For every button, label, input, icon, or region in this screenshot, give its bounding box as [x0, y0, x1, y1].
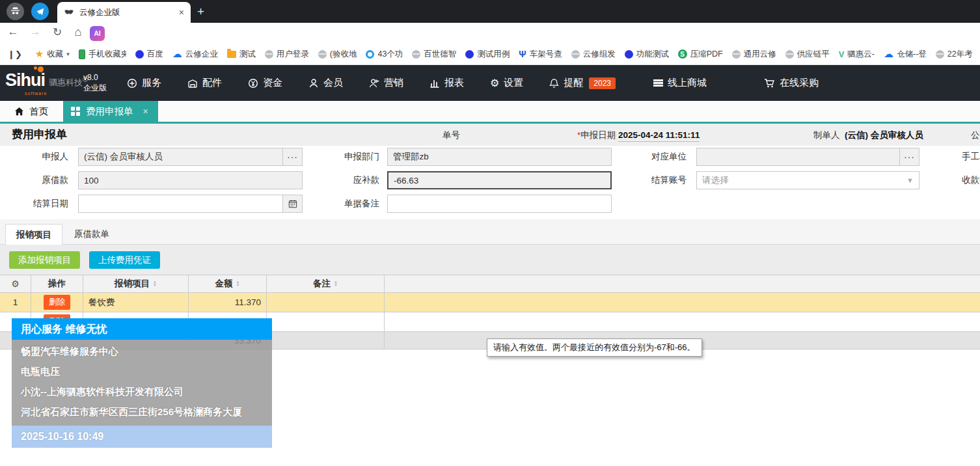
new-tab-button[interactable]: + — [197, 5, 204, 19]
bookmark-43-functions[interactable]: 43个功 — [366, 49, 403, 60]
bookmark-general-yunxiu[interactable]: 通用云修 — [732, 49, 776, 60]
makeup-field-wrap — [387, 171, 612, 189]
col-item[interactable]: 报销项目▲▼ — [83, 275, 189, 292]
row-remark-cell[interactable] — [267, 312, 385, 331]
sort-icon[interactable]: ▲▼ — [236, 281, 240, 287]
bookmark-favorites[interactable]: ★收藏▾ — [35, 48, 70, 60]
reminder-badge: 2023 — [589, 77, 616, 89]
bookmark-yunxiu-group[interactable]: 云修组发 — [571, 49, 616, 60]
bookmark-user-login[interactable]: 用户登录 — [265, 49, 309, 60]
manual-no-label-clipped: 手工单 — [962, 148, 980, 166]
unit-field-wrap: ··· — [696, 148, 919, 166]
browser-tab[interactable]: 云修企业版 × — [57, 2, 191, 23]
grid-icon — [71, 107, 80, 116]
menu-marketing[interactable]: 营销 — [369, 77, 403, 89]
menu-parts[interactable]: 配件 — [187, 77, 222, 89]
caret-down-icon: ▾ — [66, 51, 70, 57]
row-amount-cell[interactable]: 11.370 — [189, 293, 267, 312]
bookmark-mobile-folder[interactable]: 手机收藏夹 — [79, 49, 126, 60]
bookmark-vin-query[interactable]: Ψ车架号查 — [519, 49, 562, 60]
bar-chart-icon — [429, 78, 440, 89]
menu-members[interactable]: 会员 — [308, 77, 343, 89]
receive-account-label-clipped: 收款账 — [962, 171, 980, 189]
messenger-extension-icon[interactable] — [31, 3, 49, 20]
menu-settings[interactable]: ⚙ 设置 — [490, 77, 523, 89]
browser-tab-title: 云修企业版 — [79, 7, 175, 18]
delete-row-button[interactable]: 删除 — [44, 295, 70, 310]
bookmarks-bar: ❙❯ ★收藏▾ 手机收藏夹 百度 ☁云修企业 测试 用户登录 (验收地 43个功… — [0, 44, 980, 65]
tab-original-loans[interactable]: 原借款单 — [64, 224, 120, 245]
bookmark-test-folder[interactable]: 测试 — [227, 49, 256, 60]
row-action-cell: 删除 — [31, 293, 83, 312]
bookmark-exam-22[interactable]: 22年考 — [936, 49, 973, 60]
col-remark[interactable]: 备注▲▼ — [267, 275, 385, 292]
cart-icon — [764, 78, 775, 89]
sort-icon[interactable]: ▲▼ — [153, 281, 157, 287]
applicant-lookup-button[interactable]: ··· — [282, 148, 302, 165]
service-notification-popup[interactable]: 用心服务 维修无忧 畅盟汽车维修服务中心 电瓶电压 小沈--上海驷惠软件科技开发… — [12, 318, 272, 448]
col-amount[interactable]: 金额▲▼ — [189, 275, 267, 292]
form-header: 费用申报单 单号 *申报日期 2025-04-24 11:51:11 制单人 (… — [0, 124, 980, 146]
bookmark-warehouse[interactable]: ☁仓储--登 — [884, 48, 927, 60]
ring-icon — [366, 50, 374, 59]
popup-timestamp: 2025-10-16 10:49 — [12, 426, 272, 448]
unit-lookup-button[interactable]: ··· — [899, 148, 919, 165]
makeup-label: 应补款 — [314, 171, 379, 189]
applicant-input[interactable] — [78, 148, 303, 166]
account-label: 结算账号 — [621, 171, 687, 189]
sidebar-pin-icon[interactable]: ❙❯ — [8, 49, 22, 59]
row-remark-cell[interactable] — [267, 293, 385, 312]
ai-extension-icon[interactable]: AI — [90, 26, 105, 41]
menu-online-mall[interactable]: 线上商城 — [653, 77, 707, 89]
home-icon[interactable]: ⌂ — [70, 25, 86, 39]
forward-icon[interactable]: → — [27, 25, 43, 38]
column-settings[interactable]: ⚙ — [0, 275, 31, 292]
tab-home[interactable]: 首页 — [14, 101, 48, 122]
back-icon[interactable]: ← — [5, 25, 21, 38]
menu-funds[interactable]: 资金 — [248, 77, 282, 89]
cloud-icon: ☁ — [172, 48, 182, 60]
bookmark-function-test[interactable]: 功能测试 — [625, 49, 669, 60]
loan-input[interactable] — [78, 171, 303, 189]
menu-service[interactable]: 服务 — [127, 77, 161, 89]
bookmark-acceptance[interactable]: (验收地 — [318, 49, 357, 60]
reload-icon[interactable]: ↻ — [49, 25, 65, 39]
account-select[interactable]: 请选择▼ — [696, 171, 919, 189]
add-expense-item-button[interactable]: 添加报销项目 — [9, 251, 80, 269]
bookmark-compress-pdf[interactable]: S压缩PDF — [678, 49, 723, 60]
menu-online-purchase[interactable]: 在线采购 — [764, 77, 819, 89]
row-index: 1 — [0, 293, 31, 312]
remark-input[interactable] — [387, 195, 612, 213]
sort-icon[interactable]: ▲▼ — [334, 281, 338, 287]
unit-input[interactable] — [696, 148, 919, 166]
tab-expense-form[interactable]: 费用申报单 × — [63, 101, 158, 122]
detail-toolbar: 添加报销项目 上传费用凭证 — [0, 245, 980, 275]
tab-expense-items[interactable]: 报销项目 — [5, 224, 62, 245]
bookmark-baidu[interactable]: 百度 — [135, 49, 163, 60]
tab-close-icon[interactable]: × — [143, 106, 148, 116]
form-area: 申报人 ··· 申报部门 对应单位 ··· 手工单 原借款 应补款 结算账号 请… — [0, 146, 980, 219]
detail-tabbar: 报销项目 原借款单 — [0, 219, 980, 245]
remark-field-wrap — [387, 195, 612, 213]
browser-tabstrip: 云修企业版 × + — [0, 0, 980, 23]
bookmark-sihui-cloud[interactable]: V驷惠云- — [839, 49, 875, 60]
globe-icon — [732, 50, 741, 59]
bookmark-bsd[interactable]: 百世德智 — [412, 49, 456, 60]
bookmark-test-cases[interactable]: 测试用例 — [465, 49, 510, 60]
menu-reminders[interactable]: 提醒 2023 — [549, 77, 616, 89]
makeup-input[interactable] — [387, 171, 612, 189]
settle-date-label: 结算日期 — [3, 195, 68, 213]
bookmark-yunxiu[interactable]: ☁云修企业 — [172, 48, 218, 60]
bookmark-supply-chain[interactable]: 供应链平 — [785, 49, 830, 60]
incognito-avatar-icon[interactable] — [7, 3, 24, 20]
menu-reports[interactable]: 报表 — [429, 77, 464, 89]
calendar-button[interactable] — [282, 195, 302, 212]
row-item-cell[interactable]: 餐饮费 — [83, 293, 189, 312]
unit-label: 对应单位 — [621, 148, 687, 166]
settle-date-input[interactable] — [78, 195, 303, 213]
popup-line-address: 河北省石家庄市新华区西三庄街256号格澜商务大厦 — [12, 402, 272, 422]
tab-close-icon[interactable]: × — [179, 7, 184, 18]
table-row[interactable]: 1 删除 餐饮费 11.370 — [0, 293, 980, 312]
dept-input[interactable] — [387, 148, 612, 166]
upload-voucher-button[interactable]: 上传费用凭证 — [89, 251, 160, 269]
